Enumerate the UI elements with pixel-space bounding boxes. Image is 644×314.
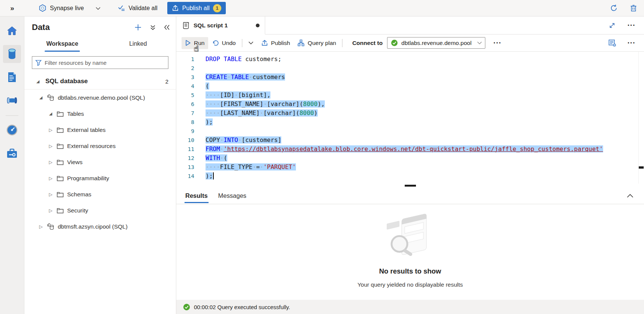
tree-collapsed-icon[interactable]: ▷ bbox=[38, 224, 44, 229]
code-line-7[interactable]: 7····[LAST_NAME]·[varchar](8000) bbox=[176, 109, 644, 118]
tab-messages[interactable]: Messages bbox=[213, 189, 252, 202]
tab-results[interactable]: Results bbox=[180, 189, 213, 202]
line-number: 10 bbox=[176, 136, 194, 145]
tree-item-external-resources[interactable]: ▷External resources bbox=[24, 138, 176, 154]
connect-to-label: Connect to bbox=[352, 40, 383, 46]
code-line-14[interactable]: 14); bbox=[176, 172, 644, 181]
pool-name: dbtlabs.revenue.demo.pool bbox=[401, 40, 471, 46]
database-count: 2 bbox=[165, 78, 168, 85]
run-button[interactable]: Run bbox=[182, 37, 208, 49]
filter-input[interactable] bbox=[45, 60, 165, 66]
nav-home[interactable] bbox=[3, 22, 21, 40]
pipeline-icon bbox=[6, 96, 18, 105]
code-line-10[interactable]: 10COPY·INTO·[customers] bbox=[176, 136, 644, 145]
code-line-9[interactable]: 9 bbox=[176, 127, 644, 136]
no-results-illustration bbox=[382, 212, 438, 262]
validate-all-button[interactable]: Validate all bbox=[118, 4, 158, 12]
tree-collapsed-icon[interactable]: ▷ bbox=[48, 192, 54, 197]
tree-item-programmability[interactable]: ▷Programmability bbox=[24, 170, 176, 186]
tree-collapsed-icon[interactable]: ▷ bbox=[48, 127, 54, 133]
run-options-chevron-icon[interactable] bbox=[245, 39, 257, 47]
filter-funnel-icon bbox=[35, 60, 42, 66]
toolbox-icon bbox=[6, 148, 18, 158]
tree-item-external-tables[interactable]: ▷External tables bbox=[24, 122, 176, 138]
tree-item-dbtlabs-revenue-demo-pool-sql-[interactable]: ◢dbtlabs.revenue.demo.pool (SQL) bbox=[24, 90, 176, 106]
tree-item-label: External tables bbox=[67, 127, 106, 133]
code-line-1[interactable]: 1DROP TABLE customers; bbox=[176, 55, 644, 64]
editor-scrollbar[interactable] bbox=[638, 52, 639, 184]
tree-collapsed-icon[interactable]: ▷ bbox=[48, 144, 54, 149]
expand-editor-icon[interactable] bbox=[608, 21, 616, 30]
tree-expanded-icon[interactable]: ◢ bbox=[38, 95, 44, 100]
tab-workspace[interactable]: Workspace bbox=[24, 36, 100, 52]
editor-more-icon[interactable]: ••• bbox=[626, 39, 637, 47]
expand-rail-icon[interactable]: » bbox=[0, 4, 24, 12]
undo-button[interactable]: Undo bbox=[208, 37, 239, 49]
tree-item-label: dbtmsft.azsyn.cipool (SQL) bbox=[58, 223, 128, 230]
nav-develop[interactable] bbox=[3, 68, 21, 86]
folder-icon bbox=[57, 191, 64, 197]
tab-linked[interactable]: Linked bbox=[100, 36, 176, 52]
refresh-icon[interactable] bbox=[609, 3, 618, 13]
tree-item-label: External resources bbox=[67, 143, 116, 150]
toolbar-more-icon[interactable]: ••• bbox=[492, 39, 503, 47]
publish-icon bbox=[172, 4, 179, 12]
tree-expanded-icon[interactable]: ◢ bbox=[35, 79, 41, 84]
tree-item-dbtmsft-azsyn-cipool-sql-[interactable]: ▷dbtmsft.azsyn.cipool (SQL) bbox=[24, 218, 176, 235]
sql-code-editor[interactable]: 1DROP TABLE customers;23CREATE·TABLE·cus… bbox=[176, 52, 644, 184]
publish-count-badge: 1 bbox=[213, 4, 221, 12]
gauge-icon bbox=[6, 124, 18, 136]
nav-integrate[interactable] bbox=[3, 91, 21, 109]
tab-sql-script-1[interactable]: SQL script 1 bbox=[176, 16, 265, 34]
code-line-5[interactable]: 5····[ID]·[bigint], bbox=[176, 91, 644, 100]
folder-icon bbox=[57, 159, 64, 165]
collapse-results-chevron-icon[interactable] bbox=[626, 193, 634, 199]
code-line-13[interactable]: 13····FILE_TYPE·=·'PARQUET' bbox=[176, 163, 644, 172]
code-line-11[interactable]: 11FROM·'https://dbtlabsynapsedatalake.bl… bbox=[176, 145, 644, 154]
add-resource-icon[interactable] bbox=[134, 23, 143, 32]
tree-item-tables[interactable]: ◢Tables bbox=[24, 106, 176, 122]
empty-results-title: No results to show bbox=[379, 267, 441, 275]
tree-item-views[interactable]: ▷Views bbox=[24, 154, 176, 170]
publish-button[interactable]: Publish bbox=[257, 37, 294, 49]
tree-collapsed-icon[interactable]: ▷ bbox=[48, 160, 54, 165]
code-line-4[interactable]: 4( bbox=[176, 82, 644, 91]
query-plan-button[interactable]: Query plan bbox=[294, 37, 340, 49]
tree-item-security[interactable]: ▷Security bbox=[24, 202, 176, 218]
success-icon bbox=[183, 304, 190, 311]
synapse-live-dropdown[interactable]: Synapse live bbox=[39, 4, 101, 12]
code-line-12[interactable]: 12WITH·( bbox=[176, 154, 644, 163]
tree-expanded-icon[interactable]: ◢ bbox=[48, 111, 54, 116]
tree-collapsed-icon[interactable]: ▷ bbox=[48, 176, 54, 181]
tree-item-label: Programmability bbox=[67, 175, 109, 182]
view-settings-icon[interactable] bbox=[608, 39, 617, 48]
discard-trash-icon[interactable] bbox=[629, 3, 638, 13]
line-number: 14 bbox=[176, 172, 194, 181]
doc-tab-title: SQL script 1 bbox=[194, 22, 228, 29]
connect-pool-dropdown[interactable]: dbtlabs.revenue.demo.pool bbox=[387, 37, 485, 49]
line-number: 13 bbox=[176, 163, 194, 172]
tree-collapsed-icon[interactable]: ▷ bbox=[48, 208, 54, 213]
unsaved-changes-dot bbox=[256, 24, 260, 27]
code-line-3[interactable]: 3CREATE·TABLE·customers bbox=[176, 73, 644, 82]
line-number: 8 bbox=[176, 118, 194, 127]
top-command-bar: » Synapse live Validate all Publish all … bbox=[0, 0, 644, 16]
line-number: 2 bbox=[176, 64, 194, 73]
publish-all-button[interactable]: Publish all 1 bbox=[167, 2, 226, 14]
code-line-2[interactable]: 2 bbox=[176, 64, 644, 73]
document-tabbar: SQL script 1 ••• bbox=[176, 16, 644, 34]
nav-manage[interactable] bbox=[3, 144, 21, 162]
chevron-down-icon[interactable] bbox=[96, 5, 101, 12]
nav-data[interactable] bbox=[3, 45, 21, 63]
tab-more-icon[interactable]: ••• bbox=[626, 21, 637, 30]
expand-all-icon[interactable] bbox=[149, 24, 156, 31]
nav-monitor[interactable] bbox=[3, 121, 21, 139]
collapse-panel-icon[interactable] bbox=[163, 24, 171, 31]
code-line-8[interactable]: 8); bbox=[176, 118, 644, 127]
folder-icon bbox=[57, 111, 64, 117]
filter-box bbox=[32, 56, 168, 69]
splitter-drag-handle[interactable] bbox=[405, 185, 416, 187]
tree-item-schemas[interactable]: ▷Schemas bbox=[24, 186, 176, 202]
code-line-6[interactable]: 6····[FIRST_NAME]·[varchar](8000), bbox=[176, 100, 644, 109]
tree-root-sql-database[interactable]: ◢ SQL database 2 bbox=[24, 74, 176, 88]
